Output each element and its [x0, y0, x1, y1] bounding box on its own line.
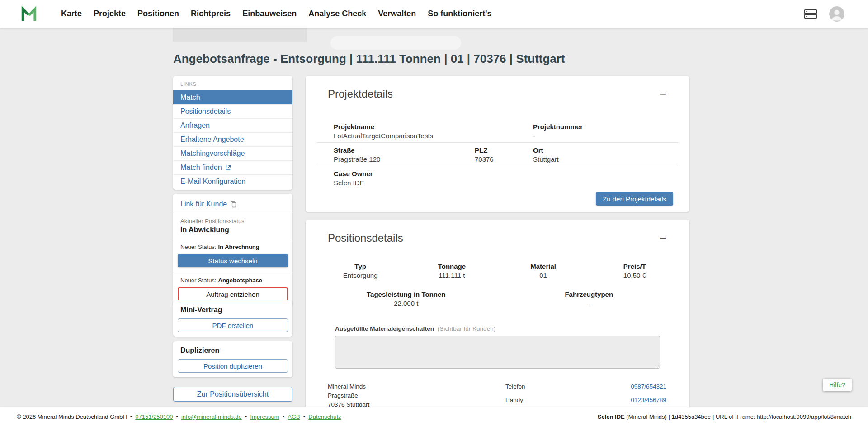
separator-dot: •: [130, 413, 132, 420]
stat-tonnage: Tonnage 111.111 t: [406, 262, 497, 279]
duplicate-title: Duplizieren: [180, 346, 285, 355]
sidebar-item-label: Matchingvorschläge: [180, 150, 245, 158]
help-button[interactable]: Hilfe?: [823, 379, 852, 391]
status-change-button[interactable]: Status wechseln: [178, 254, 288, 267]
separator-dot: •: [245, 413, 247, 420]
loading-placeholder-pill: [330, 36, 461, 50]
footer-link-phone[interactable]: 07151/250100: [135, 413, 173, 420]
server-icon[interactable]: [804, 9, 817, 19]
stat-label: Typ: [315, 262, 406, 270]
position-stats-row-2: Tagesleistung in Tonnen 22.000 t Fahrzeu…: [315, 290, 680, 307]
user-avatar[interactable]: [829, 6, 844, 22]
field-label: Case Owner: [334, 170, 678, 178]
next-status-value: In Abrechnung: [218, 243, 259, 250]
positionsdetails-title: Positionsdetails: [328, 232, 403, 244]
logo-m-icon: [20, 5, 38, 23]
nav-item-karte[interactable]: Karte: [55, 0, 88, 28]
mobile-label: Handy: [505, 396, 523, 405]
divider: [173, 213, 292, 213]
phone-row: Telefon 0987/654321: [505, 382, 666, 391]
material-properties-textarea[interactable]: [335, 336, 660, 369]
separator-dot: •: [303, 413, 306, 420]
footer: © 2026 Mineral Minds Deutschland GmbH • …: [0, 407, 868, 426]
external-link-icon: [225, 165, 231, 171]
contact-numbers: Telefon 0987/654321 Handy 0123/456789: [505, 382, 666, 409]
mini-contract-title: Mini-Vertrag: [180, 306, 285, 314]
card-actions: Zu den Projektdetails: [306, 192, 673, 206]
sidebar-item-matchingvorschlaege[interactable]: Matchingvorschläge: [173, 146, 292, 160]
field-projektname: Projektname LotActualTargetComparisonTes…: [334, 123, 533, 140]
contact-block: Mineral Minds Pragstraße 70376 Stuttgart…: [328, 382, 666, 409]
footer-link-email[interactable]: info@mineral-minds.de: [181, 413, 242, 420]
customer-link[interactable]: Link für Kunde: [178, 198, 288, 213]
sidebar-item-anfragen[interactable]: Anfragen: [173, 118, 292, 132]
stat-typ: Typ Entsorgung: [315, 262, 406, 279]
material-properties-label-bold: Ausgefüllte Materialeigenschaften: [335, 325, 434, 332]
field-label: PLZ: [475, 146, 533, 154]
position-overview-button[interactable]: Zur Positionsübersicht: [173, 387, 292, 402]
footer-link-datenschutz[interactable]: Datenschutz: [308, 413, 341, 420]
sidebar-item-match[interactable]: Match: [173, 90, 292, 104]
withdraw-order-button[interactable]: Auftrag entziehen: [178, 287, 288, 301]
collapse-icon[interactable]: −: [660, 232, 666, 244]
mineral-minds-logo[interactable]: [20, 5, 38, 23]
collapse-icon[interactable]: −: [660, 88, 666, 100]
divider: [173, 239, 292, 239]
next-status-label: Neuer Status:: [180, 277, 217, 284]
separator-dot: •: [176, 413, 178, 420]
sidebar-item-email-konfiguration[interactable]: E-Mail Konfiguration: [173, 174, 292, 188]
to-project-details-button[interactable]: Zu den Projektdetails: [596, 192, 673, 206]
phone-link[interactable]: 0987/654321: [631, 382, 666, 391]
sidebar-item-label: Erhaltene Angebote: [180, 136, 244, 144]
field-projektnummer: Projektnummer -: [533, 123, 678, 140]
stat-value: –: [498, 300, 681, 307]
nav-item-projekte[interactable]: Projekte: [88, 0, 132, 28]
field-value: -: [533, 132, 678, 140]
stat-label: Tonnage: [406, 262, 497, 270]
nav-item-analyse-check[interactable]: Analyse Check: [302, 0, 372, 28]
nav-item-so-funktionierts[interactable]: So funktioniert's: [422, 0, 497, 28]
stat-value: Entsorgung: [315, 272, 406, 279]
stat-label: Fahrzeugtypen: [498, 290, 681, 298]
projektdetails-card: Projektdetails − Projektname LotActualTa…: [306, 76, 689, 212]
field-row: Straße Pragstraße 120 PLZ 70376 Ort Stut…: [317, 143, 678, 166]
stat-material: Material 01: [498, 262, 589, 279]
mobile-link[interactable]: 0123/456789: [631, 396, 666, 405]
duplicate-card: Duplizieren Position duplizieren: [173, 341, 292, 377]
session-user: Selen IDE: [598, 413, 625, 420]
next-status-label: Neuer Status:: [180, 243, 217, 250]
sidebar-item-label: E-Mail Konfiguration: [180, 178, 245, 186]
nav-item-verwalten[interactable]: Verwalten: [372, 0, 422, 28]
mini-contract-card: Mini-Vertrag PDF erstellen: [173, 300, 292, 337]
divider: [173, 272, 292, 272]
copy-icon: [230, 201, 237, 208]
person-icon: [829, 6, 844, 22]
material-properties-hint: (Sichtbar für Kunden): [438, 325, 495, 332]
pdf-create-button[interactable]: PDF erstellen: [178, 318, 288, 332]
top-navbar: Karte Projekte Positionen Richtpreis Ein…: [0, 0, 868, 28]
stat-value: 10,50 €: [589, 272, 680, 279]
main-nav: Karte Projekte Positionen Richtpreis Ein…: [55, 0, 498, 28]
sidebar-item-label: Anfragen: [180, 122, 210, 130]
nav-item-positionen[interactable]: Positionen: [132, 0, 185, 28]
loading-placeholder: [173, 26, 307, 42]
sidebar-item-match-finden[interactable]: Match finden: [173, 160, 292, 174]
nav-item-richtpreis[interactable]: Richtpreis: [185, 0, 236, 28]
status-card: Link für Kunde Aktueller Positionsstatus…: [173, 194, 292, 306]
field-value: 70376: [475, 155, 533, 163]
positionsdetails-card: Positionsdetails − Typ Entsorgung Tonnag…: [306, 220, 689, 426]
sidebar-item-erhaltene-angebote[interactable]: Erhaltene Angebote: [173, 132, 292, 146]
mobile-row: Handy 0123/456789: [505, 396, 666, 405]
duplicate-position-button[interactable]: Position duplizieren: [178, 359, 288, 373]
sidebar-item-positionsdetails[interactable]: Positionsdetails: [173, 104, 292, 118]
card-header: Positionsdetails −: [306, 220, 689, 244]
nav-item-einbauweisen[interactable]: Einbauweisen: [236, 0, 302, 28]
sidebar-item-label: Positionsdetails: [180, 108, 231, 116]
stat-preis: Preis/T 10,50 €: [589, 262, 680, 279]
footer-link-agb[interactable]: AGB: [288, 413, 300, 420]
footer-link-impressum[interactable]: Impressum: [250, 413, 279, 420]
session-details: (Mineral Minds) | 1d4355a34bee | URL of …: [625, 413, 851, 420]
stat-tagesleistung: Tagesleistung in Tonnen 22.000 t: [315, 290, 498, 307]
field-row: Projektname LotActualTargetComparisonTes…: [317, 119, 678, 143]
project-fields: Projektname LotActualTargetComparisonTes…: [317, 119, 678, 190]
